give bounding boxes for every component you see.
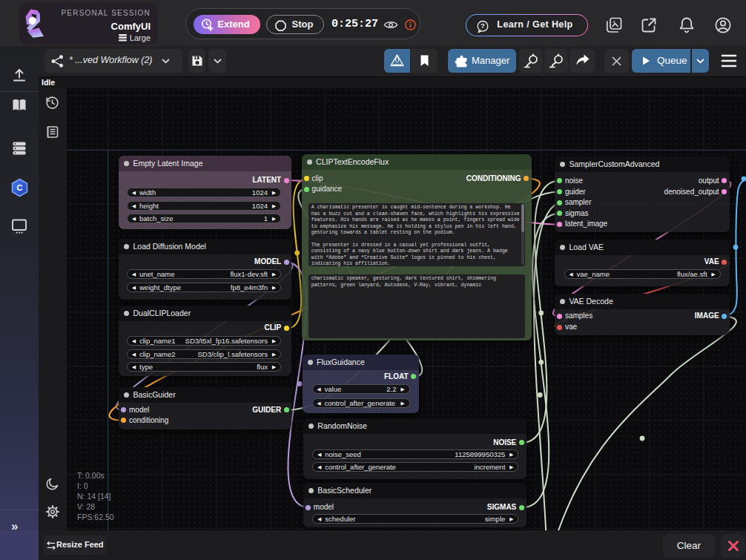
svg-text:?: ? [481,22,485,30]
svg-text:C: C [16,183,22,192]
